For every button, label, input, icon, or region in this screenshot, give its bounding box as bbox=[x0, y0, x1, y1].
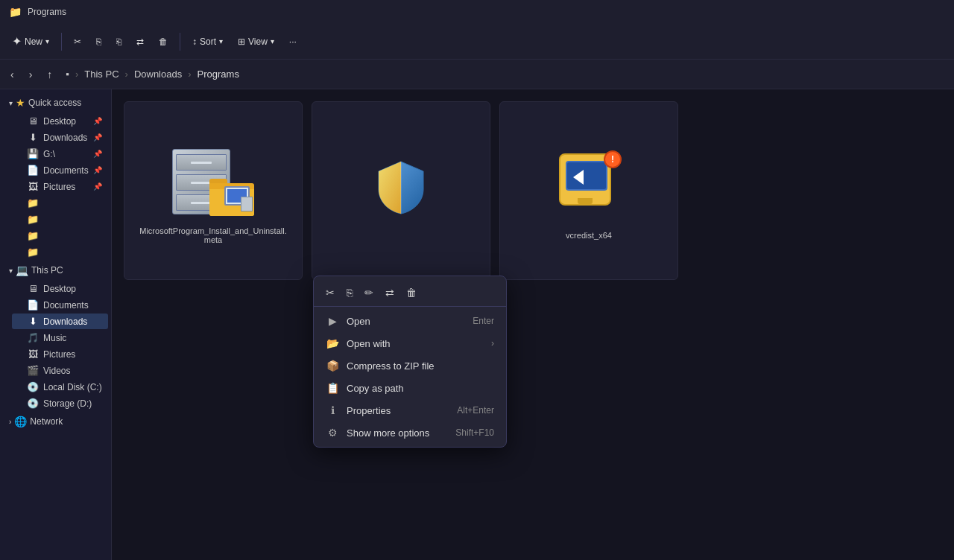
ctx-moreoptions-icon: ⚙ bbox=[326, 427, 339, 439]
ctx-item-copypath[interactable]: 📋 Copy as path bbox=[314, 377, 506, 399]
ctx-openwith-icon: 📂 bbox=[326, 337, 339, 349]
ctx-item-openwith[interactable]: 📂 Open with › bbox=[314, 332, 506, 354]
ctx-moreoptions-shortcut: Shift+F10 bbox=[455, 427, 494, 438]
ctx-item-moreoptions[interactable]: ⚙ Show more options Shift+F10 bbox=[314, 421, 506, 444]
ctx-copypath-label: Copy as path bbox=[347, 383, 404, 394]
ctx-open-label: Open bbox=[347, 316, 370, 327]
ctx-properties-shortcut: Alt+Enter bbox=[457, 405, 494, 416]
ctx-openwith-arrow: › bbox=[491, 338, 494, 349]
ctx-moreoptions-label: Show more options bbox=[347, 427, 429, 439]
ctx-rename-button[interactable]: ✏ bbox=[361, 284, 376, 302]
ctx-open-icon: ▶ bbox=[326, 315, 339, 327]
ctx-copy-button[interactable]: ⎘ bbox=[344, 284, 356, 302]
context-menu: ✂ ⎘ ✏ ⇄ 🗑 ▶ Open Enter 📂 Open with › 📦 C… bbox=[313, 276, 507, 448]
ctx-item-open[interactable]: ▶ Open Enter bbox=[314, 310, 506, 332]
ctx-item-compress[interactable]: 📦 Compress to ZIP file bbox=[314, 354, 506, 377]
ctx-properties-label: Properties bbox=[347, 405, 391, 416]
context-menu-toolbar: ✂ ⎘ ✏ ⇄ 🗑 bbox=[314, 279, 506, 307]
ctx-copypath-icon: 📋 bbox=[326, 382, 339, 394]
ctx-properties-icon: ℹ bbox=[326, 404, 339, 416]
ctx-cut-button[interactable]: ✂ bbox=[323, 284, 338, 302]
ctx-compress-label: Compress to ZIP file bbox=[347, 360, 435, 372]
ctx-share-button[interactable]: ⇄ bbox=[382, 284, 397, 302]
ctx-compress-icon: 📦 bbox=[326, 360, 339, 372]
ctx-open-shortcut: Enter bbox=[473, 316, 494, 326]
ctx-delete-button[interactable]: 🗑 bbox=[403, 284, 420, 302]
ctx-openwith-label: Open with bbox=[347, 338, 391, 349]
ctx-item-properties[interactable]: ℹ Properties Alt+Enter bbox=[314, 399, 506, 421]
